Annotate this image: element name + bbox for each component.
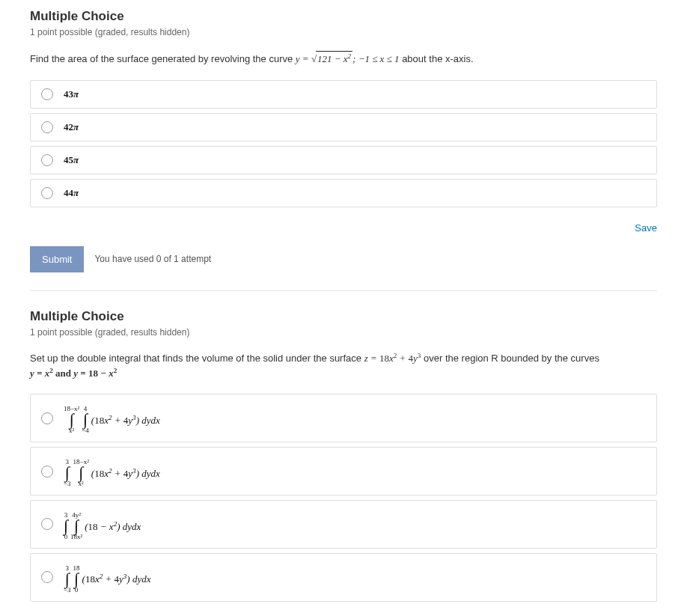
limit-bot: x² [79,481,84,487]
option-label: 44π [64,187,79,199]
radio-icon [41,571,53,583]
submit-row: Submit You have used 0 of 1 attempt [30,246,657,272]
prompt-post: about the x-axis. [402,53,473,64]
option-a[interactable]: 43π [30,80,657,109]
radio-icon [41,154,53,166]
option-label: 3∫−3 18∫0 (18x2 + 4y3) dydx [64,561,150,594]
radio-icon [41,88,53,100]
option-label: 42π [64,121,79,133]
option-label: 18−x²∫x² 4∫−4 (18x2 + 4y3) dydx [64,402,160,434]
question-2: Multiple Choice 1 point possible (graded… [30,309,657,616]
question-title: Multiple Choice [30,309,657,324]
prompt-formula: y = √121 − x2; −1 ≤ x ≤ 1 [296,53,400,64]
limit-bot: 18x² [70,534,82,540]
limit-bot: 0 [64,534,68,540]
option-c[interactable]: 3∫0 4y²∫18x² (18 − x2) dydx [30,500,657,549]
option-label: 43π [64,88,79,100]
question-meta: 1 point possible (graded, results hidden… [30,327,657,338]
question-title: Multiple Choice [30,9,657,24]
limit-bot: 0 [75,587,79,594]
option-b[interactable]: 42π [30,113,657,141]
prompt-surface: z = 18x2 + 4y3 [364,353,421,364]
radio-icon [41,518,53,530]
submit-button[interactable]: Submit [30,246,84,272]
question-meta: 1 point possible (graded, results hidden… [30,27,657,37]
option-label: 3∫0 4y²∫18x² (18 − x2) dydx [64,508,141,540]
prompt-pre: Find the area of the surface generated b… [30,53,296,64]
question-prompt: Find the area of the surface generated b… [30,51,657,67]
option-d[interactable]: 44π [30,179,657,207]
option-label: 45π [64,154,79,166]
prompt-curves: y = x2 and y = 18 − x2 [30,368,117,379]
prompt-pre: Set up the double integral that finds th… [30,353,364,364]
option-b[interactable]: 3∫−3 18−x²∫x² (18x2 + 4y3) dydx [30,447,657,495]
option-d[interactable]: 3∫−3 18∫0 (18x2 + 4y3) dydx [30,553,657,602]
limit-bot: −3 [64,481,71,487]
question-1: Multiple Choice 1 point possible (graded… [30,9,657,291]
limit-bot: −3 [64,587,71,594]
radio-icon [41,121,53,133]
option-a[interactable]: 18−x²∫x² 4∫−4 (18x2 + 4y3) dydx [30,394,657,442]
limit-bot: x² [69,427,74,434]
save-row: Save [30,221,657,234]
radio-icon [41,466,53,478]
attempts-text: You have used 0 of 1 attempt [94,254,211,264]
option-label: 3∫−3 18−x²∫x² (18x2 + 4y3) dydx [64,455,160,487]
save-link[interactable]: Save [635,222,657,234]
prompt-mid: over the region R bounded by the curves [424,353,599,364]
radio-icon [41,187,53,199]
radio-icon [41,412,53,424]
option-c[interactable]: 45π [30,146,657,174]
limit-bot: −4 [82,427,89,434]
question-prompt: Set up the double integral that finds th… [30,351,657,381]
